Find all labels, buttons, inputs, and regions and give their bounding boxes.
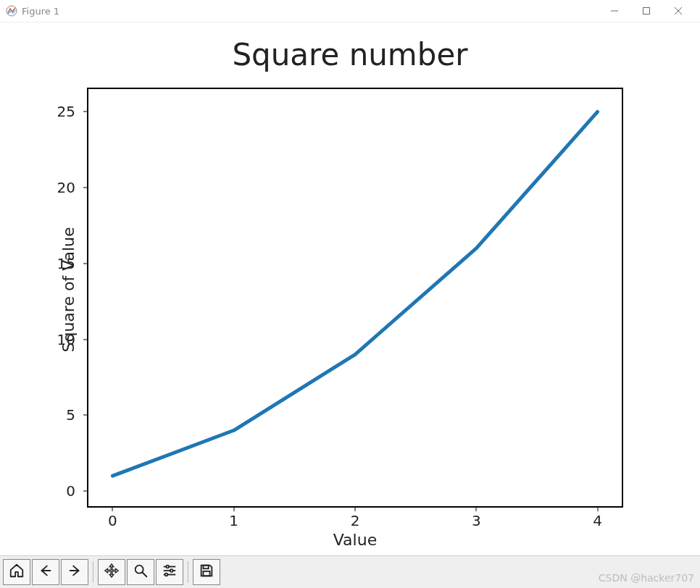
y-tick-mark — [83, 263, 88, 264]
window-title: Figure 1 — [22, 6, 59, 17]
svg-rect-15 — [203, 566, 208, 569]
toolbar-separator — [93, 561, 93, 583]
pan-icon — [104, 563, 120, 581]
x-tick-label: 4 — [593, 512, 602, 529]
y-tick-mark — [83, 188, 88, 188]
forward-arrow-icon — [67, 563, 83, 581]
x-tick-mark — [476, 507, 477, 511]
x-tick-label: 2 — [351, 512, 360, 529]
x-tick-mark — [112, 507, 113, 511]
chart-title: Square number — [0, 37, 700, 72]
back-arrow-icon — [38, 563, 54, 581]
zoom-icon — [133, 563, 149, 581]
toolbar-separator — [188, 561, 188, 583]
sliders-icon — [162, 563, 178, 581]
plot-area[interactable]: 012340510152025 — [87, 88, 623, 508]
y-tick-label: 25 — [46, 103, 75, 120]
svg-rect-2 — [643, 8, 650, 14]
y-tick-mark — [83, 491, 88, 492]
svg-point-7 — [136, 566, 143, 574]
svg-line-8 — [143, 573, 147, 577]
x-axis-label: Value — [87, 531, 623, 549]
home-icon — [9, 563, 25, 581]
x-tick-mark — [597, 507, 598, 511]
figure-canvas: Square number Square of Value 0123405101… — [0, 22, 700, 557]
y-tick-label: 10 — [46, 331, 75, 348]
svg-point-10 — [166, 566, 169, 568]
y-tick-label: 20 — [46, 179, 75, 196]
svg-rect-16 — [203, 571, 209, 576]
chart-line — [88, 89, 622, 506]
x-tick-label: 3 — [472, 512, 481, 529]
save-icon — [199, 563, 214, 581]
y-tick-mark — [83, 415, 88, 416]
svg-point-14 — [165, 574, 168, 576]
y-tick-label: 15 — [46, 255, 75, 272]
window-titlebar: Figure 1 — [0, 0, 700, 22]
configure-button[interactable] — [156, 559, 183, 585]
save-button[interactable] — [193, 559, 220, 585]
zoom-button[interactable] — [127, 559, 154, 585]
back-button[interactable] — [32, 559, 59, 585]
home-button[interactable] — [3, 559, 30, 585]
x-tick-label: 1 — [229, 512, 238, 529]
forward-button[interactable] — [61, 559, 88, 585]
minimize-button[interactable] — [599, 1, 630, 21]
x-tick-mark — [233, 507, 234, 511]
maximize-button[interactable] — [630, 1, 662, 21]
pan-button[interactable] — [98, 559, 125, 585]
watermark: CSDN @hacker707 — [599, 572, 694, 584]
y-tick-mark — [83, 112, 88, 112]
x-tick-label: 0 — [108, 512, 117, 529]
x-tick-mark — [355, 507, 356, 511]
y-tick-label: 5 — [46, 406, 75, 424]
matplotlib-toolbar: CSDN @hacker707 — [0, 555, 700, 588]
y-tick-label: 0 — [46, 482, 75, 500]
y-tick-mark — [83, 339, 88, 340]
close-button[interactable] — [662, 1, 694, 21]
app-icon — [6, 5, 17, 17]
svg-point-12 — [170, 569, 173, 572]
